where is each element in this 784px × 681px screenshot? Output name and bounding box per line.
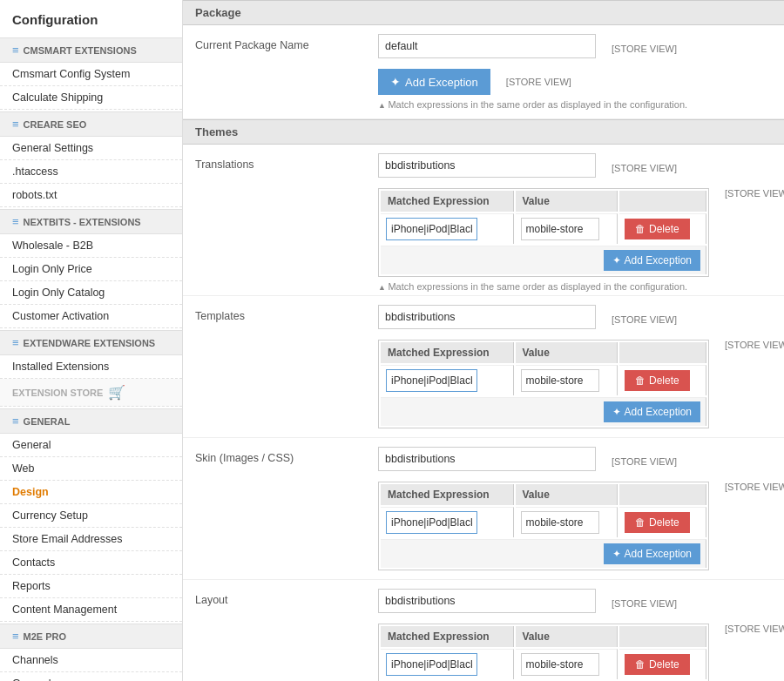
- layout-matched-expr-header: Matched Expression: [381, 626, 514, 647]
- sidebar-item-calculate-shipping[interactable]: Calculate Shipping: [0, 86, 182, 110]
- layout-exception-table: Matched Expression Value: [378, 624, 709, 681]
- section-icon-m2e: ≡: [12, 630, 19, 643]
- translations-input[interactable]: [378, 153, 596, 178]
- sidebar-section-cmsmart: ≡ CMSMART EXTENSIONS: [0, 37, 182, 63]
- sidebar-item-store-email[interactable]: Store Email Addresses: [0, 528, 182, 551]
- section-icon-nextbits: ≡: [12, 215, 19, 228]
- translations-value-header: Value: [516, 191, 618, 212]
- sidebar-item-cmsmart-config[interactable]: Cmsmart Config System: [0, 63, 182, 86]
- sidebar-item-contacts[interactable]: Contacts: [0, 551, 182, 575]
- sidebar-section-nextbits: ≡ NEXTBITS - EXTENSIONS: [0, 209, 182, 234]
- translations-label: Translations: [195, 153, 369, 171]
- section-icon-extendware: ≡: [12, 336, 19, 349]
- sidebar-item-currency-setup[interactable]: Currency Setup: [0, 504, 182, 528]
- sidebar-section-m2e: ≡ M2E PRO: [0, 624, 182, 649]
- templates-exception-store-view: [STORE VIEW]: [725, 334, 784, 350]
- section-icon-creare: ≡: [12, 118, 19, 131]
- sidebar-item-customer-activation[interactable]: Customer Activation: [0, 305, 182, 328]
- main-content: Package Current Package Name [STORE VIEW…: [183, 0, 784, 681]
- sidebar-item-channels[interactable]: Channels: [0, 649, 182, 672]
- layout-input[interactable]: [378, 589, 596, 613]
- plus-icon-tmpl: ✦: [612, 406, 621, 418]
- templates-add-exception-button[interactable]: ✦ Add Exception: [604, 401, 700, 422]
- translations-expr-input[interactable]: [386, 218, 477, 240]
- templates-store-view: [STORE VIEW]: [612, 309, 677, 325]
- templates-delete-button[interactable]: 🗑 Delete: [625, 370, 690, 391]
- sidebar-item-extension-store[interactable]: EXTENSION STORE 🛒: [0, 379, 182, 407]
- templates-value-header: Value: [516, 342, 618, 363]
- templates-label: Templates: [195, 305, 369, 322]
- sidebar-item-design[interactable]: Design: [0, 481, 182, 504]
- skin-value-header: Value: [516, 484, 618, 505]
- section-icon-cmsmart: ≡: [12, 44, 19, 57]
- translations-delete-button[interactable]: 🗑 Delete: [625, 219, 690, 239]
- skin-delete-button[interactable]: 🗑 Delete: [625, 512, 690, 533]
- translations-value-input[interactable]: [521, 218, 599, 240]
- sidebar-title: Configuration: [0, 0, 182, 36]
- layout-store-view: [STORE VIEW]: [612, 593, 677, 609]
- package-section-header: Package: [183, 0, 784, 25]
- skin-store-view: [STORE VIEW]: [612, 451, 677, 467]
- sidebar-item-general-m2e[interactable]: General: [0, 672, 182, 681]
- sidebar-item-reports[interactable]: Reports: [0, 575, 182, 598]
- translations-store-view: [STORE VIEW]: [612, 158, 677, 173]
- translations-action-header: [619, 191, 706, 212]
- sidebar-item-web[interactable]: Web: [0, 457, 182, 481]
- sidebar-item-content-management[interactable]: Content Management: [0, 598, 182, 622]
- themes-section-header: Themes: [183, 119, 784, 145]
- package-name-input[interactable]: [378, 34, 596, 58]
- skin-input[interactable]: [378, 447, 596, 471]
- skin-expr-input[interactable]: [386, 511, 477, 534]
- sidebar-section-general: ≡ GENERAL: [0, 408, 182, 434]
- sidebar-item-wholesale-b2b[interactable]: Wholesale - B2B: [0, 234, 182, 258]
- sidebar: Configuration ≡ CMSMART EXTENSIONS Cmsma…: [0, 0, 183, 681]
- templates-expr-input[interactable]: [386, 369, 477, 392]
- translations-add-exception-button[interactable]: ✦ Add Exception: [604, 250, 700, 271]
- templates-input[interactable]: [378, 305, 596, 329]
- trash-icon: 🗑: [635, 223, 645, 235]
- section-icon-general: ≡: [12, 415, 19, 428]
- package-name-label: Current Package Name: [195, 34, 369, 51]
- skin-exception-store-view: [STORE VIEW]: [725, 476, 784, 492]
- package-note: Match expressions in the same order as d…: [378, 99, 772, 110]
- sidebar-section-creare-seo: ≡ CREARE SEO: [0, 111, 182, 137]
- plus-icon-t: ✦: [612, 254, 621, 266]
- sidebar-item-robots-txt[interactable]: robots.txt: [0, 184, 182, 207]
- skin-matched-expr-header: Matched Expression: [381, 484, 514, 505]
- templates-value-input[interactable]: [521, 369, 599, 392]
- plus-icon: ✦: [390, 75, 401, 89]
- layout-value-header: Value: [516, 626, 618, 647]
- sidebar-item-general[interactable]: General: [0, 434, 182, 457]
- translations-matched-expr-header: Matched Expression: [381, 191, 514, 212]
- templates-action-header: [619, 342, 706, 363]
- translations-note: Match expressions in the same order as d…: [378, 281, 784, 292]
- sidebar-item-login-only-price[interactable]: Login Only Price: [0, 258, 182, 281]
- layout-value-input[interactable]: [521, 653, 599, 676]
- skin-value-input[interactable]: [521, 511, 599, 534]
- templates-matched-expr-header: Matched Expression: [381, 342, 514, 363]
- sidebar-item-general-settings[interactable]: General Settings: [0, 137, 182, 160]
- trash-icon-skin: 🗑: [635, 516, 645, 529]
- skin-exception-table: Matched Expression Value: [378, 482, 709, 570]
- layout-expr-input[interactable]: [386, 653, 477, 676]
- skin-action-header: [619, 484, 706, 505]
- layout-exception-store-view: [STORE VIEW]: [725, 618, 784, 634]
- skin-label: Skin (Images / CSS): [195, 447, 369, 464]
- plus-icon-skin: ✦: [612, 548, 621, 560]
- templates-exception-table: Matched Expression Value: [378, 340, 709, 428]
- layout-action-header: [619, 626, 706, 647]
- translations-exception-table: Matched Expression Value: [378, 188, 709, 277]
- skin-add-exception-button[interactable]: ✦ Add Exception: [604, 543, 700, 564]
- extension-store-label: EXTENSION STORE: [12, 388, 103, 398]
- sidebar-section-extendware: ≡ EXTENDWARE EXTENSIONS: [0, 330, 182, 355]
- trash-icon-layout: 🗑: [635, 658, 645, 671]
- package-store-view: [STORE VIEW]: [612, 38, 677, 54]
- package-add-exception-button[interactable]: ✦ Add Exception: [378, 69, 490, 95]
- sidebar-item-login-only-catalog[interactable]: Login Only Catalog: [0, 281, 182, 305]
- sidebar-item-installed-extensions[interactable]: Installed Extensions: [0, 355, 182, 379]
- layout-delete-button[interactable]: 🗑 Delete: [625, 654, 690, 675]
- layout-label: Layout: [195, 589, 369, 606]
- cart-icon: 🛒: [108, 384, 125, 401]
- trash-icon-tmpl: 🗑: [635, 374, 645, 387]
- sidebar-item-htaccess[interactable]: .htaccess: [0, 160, 182, 184]
